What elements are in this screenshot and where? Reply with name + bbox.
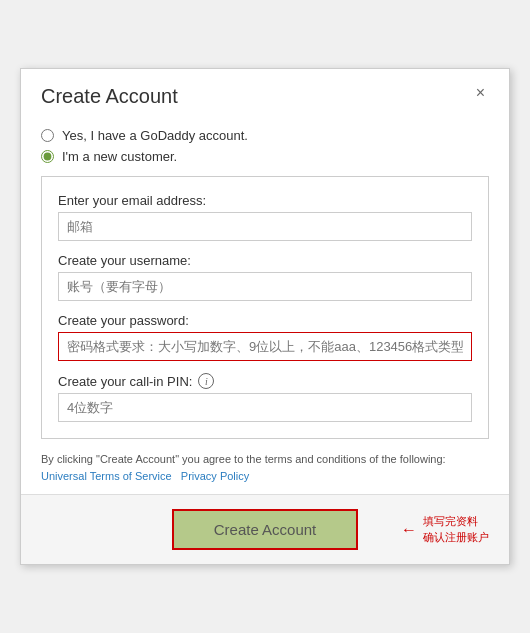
- pin-group: Create your call-in PIN: i: [58, 373, 472, 422]
- email-input[interactable]: [58, 212, 472, 241]
- username-label: Create your username:: [58, 253, 472, 268]
- radio-group: Yes, I have a GoDaddy account. I'm a new…: [41, 128, 489, 164]
- annotation-arrow-icon: ←: [401, 521, 417, 539]
- radio-option-new[interactable]: I'm a new customer.: [41, 149, 489, 164]
- password-group: Create your password:: [58, 313, 472, 361]
- dialog-header: Create Account ×: [21, 69, 509, 118]
- password-input[interactable]: [58, 332, 472, 361]
- dialog-body: Yes, I have a GoDaddy account. I'm a new…: [21, 118, 509, 494]
- create-account-dialog: Create Account × Yes, I have a GoDaddy a…: [20, 68, 510, 565]
- annotation: ← 填写完资料 确认注册账户: [401, 514, 489, 545]
- radio-existing[interactable]: [41, 129, 54, 142]
- username-input[interactable]: [58, 272, 472, 301]
- terms-text: By clicking "Create Account" you agree t…: [41, 451, 489, 484]
- pin-label-row: Create your call-in PIN: i: [58, 373, 472, 389]
- radio-new-label: I'm a new customer.: [62, 149, 177, 164]
- privacy-link[interactable]: Privacy Policy: [181, 470, 249, 482]
- radio-option-existing[interactable]: Yes, I have a GoDaddy account.: [41, 128, 489, 143]
- dialog-title: Create Account: [41, 85, 178, 108]
- email-group: Enter your email address:: [58, 193, 472, 241]
- close-button[interactable]: ×: [472, 85, 489, 101]
- form-panel: Enter your email address: Create your us…: [41, 176, 489, 439]
- username-group: Create your username:: [58, 253, 472, 301]
- annotation-text: 填写完资料 确认注册账户: [423, 514, 489, 545]
- create-account-button[interactable]: Create Account: [172, 509, 359, 550]
- pin-label: Create your call-in PIN:: [58, 374, 192, 389]
- tos-link[interactable]: Universal Terms of Service: [41, 470, 172, 482]
- pin-info-icon[interactable]: i: [198, 373, 214, 389]
- radio-existing-label: Yes, I have a GoDaddy account.: [62, 128, 248, 143]
- pin-input[interactable]: [58, 393, 472, 422]
- dialog-footer: Create Account ← 填写完资料 确认注册账户: [21, 494, 509, 564]
- password-label: Create your password:: [58, 313, 472, 328]
- radio-new[interactable]: [41, 150, 54, 163]
- email-label: Enter your email address:: [58, 193, 472, 208]
